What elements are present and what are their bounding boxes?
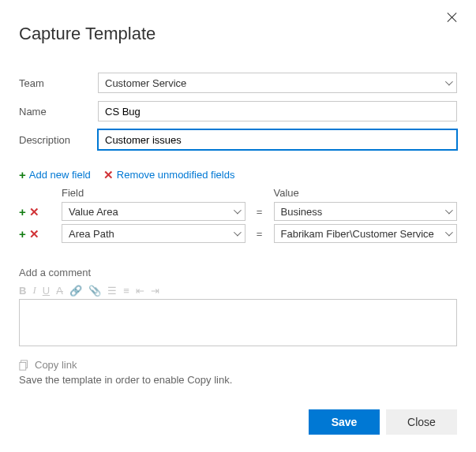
field-row: + ✕ Value Area = Business — [19, 202, 457, 221]
copy-link-label: Copy link — [35, 359, 77, 371]
equals-sign: = — [245, 228, 274, 240]
add-field-label: Add new field — [29, 169, 91, 181]
equals-sign: = — [245, 206, 274, 218]
description-label: Description — [19, 134, 98, 146]
comment-textarea[interactable] — [19, 299, 457, 346]
editor-toolbar: B I U A̶ 🔗 📎 ☰ ≡ ⇤ ⇥ — [19, 282, 457, 299]
save-button[interactable]: Save — [309, 409, 380, 435]
chevron-down-icon — [445, 80, 451, 86]
svg-rect-1 — [20, 362, 26, 370]
add-field-button[interactable]: + Add new field — [19, 169, 91, 181]
remove-row-icon[interactable]: ✕ — [29, 228, 39, 240]
italic-icon[interactable]: I — [32, 284, 36, 297]
team-label: Team — [19, 77, 98, 89]
description-input[interactable] — [98, 129, 457, 150]
underline-icon[interactable]: U — [43, 285, 50, 297]
value-select-value: Business — [281, 206, 323, 218]
close-icon[interactable] — [446, 11, 459, 24]
name-input[interactable] — [98, 101, 457, 121]
add-row-icon[interactable]: + — [19, 228, 26, 240]
x-icon: ✕ — [103, 169, 114, 181]
plus-icon: + — [19, 169, 26, 181]
field-column-header: Field — [62, 187, 245, 199]
team-select[interactable]: Customer Service — [98, 73, 457, 93]
chevron-down-icon — [234, 231, 239, 237]
link-icon[interactable]: 🔗 — [69, 285, 82, 297]
name-label: Name — [19, 106, 98, 118]
value-column-header: Value — [274, 187, 458, 199]
remove-unmodified-label: Remove unmodified fields — [117, 169, 235, 181]
outdent-icon[interactable]: ⇤ — [136, 285, 144, 297]
copy-link-icon — [19, 360, 30, 371]
field-select-value: Area Path — [69, 228, 114, 240]
value-select-value: Fabrikam Fiber\Customer Service — [281, 228, 434, 240]
close-button[interactable]: Close — [386, 409, 457, 435]
value-select[interactable]: Business — [274, 202, 458, 221]
remove-unmodified-button[interactable]: ✕ Remove unmodified fields — [103, 169, 235, 181]
attach-icon[interactable]: 📎 — [88, 285, 101, 297]
field-select[interactable]: Value Area — [62, 202, 245, 221]
chevron-down-icon — [234, 209, 239, 215]
field-row: + ✕ Area Path = Fabrikam Fiber\Customer … — [19, 224, 457, 243]
field-select-value: Value Area — [69, 206, 118, 218]
comment-label: Add a comment — [19, 267, 457, 278]
chevron-down-icon — [445, 209, 451, 215]
bullet-list-icon[interactable]: ☰ — [107, 285, 117, 297]
remove-row-icon[interactable]: ✕ — [29, 206, 39, 218]
value-select[interactable]: Fabrikam Fiber\Customer Service — [274, 224, 458, 243]
indent-icon[interactable]: ⇥ — [151, 285, 159, 297]
dialog-title: Capture Template — [19, 24, 457, 44]
number-list-icon[interactable]: ≡ — [123, 285, 129, 297]
clear-format-icon[interactable]: A̶ — [56, 285, 63, 297]
field-select[interactable]: Area Path — [62, 224, 245, 243]
copy-link-hint: Save the template in order to enable Cop… — [19, 374, 457, 386]
copy-link-button: Copy link — [19, 359, 457, 371]
team-value: Customer Service — [105, 77, 186, 89]
bold-icon[interactable]: B — [19, 285, 26, 297]
add-row-icon[interactable]: + — [19, 206, 26, 218]
chevron-down-icon — [445, 231, 451, 237]
